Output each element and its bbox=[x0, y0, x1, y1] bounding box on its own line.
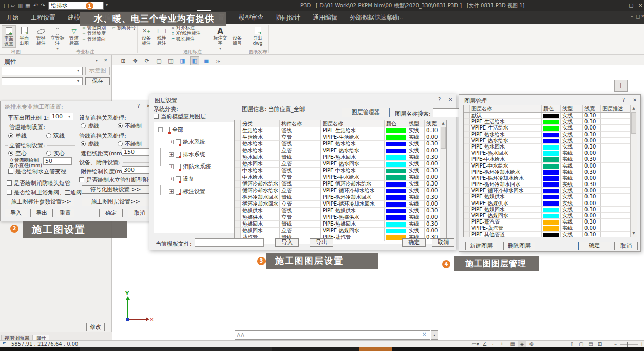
radio-single-line[interactable]: 单线 bbox=[8, 132, 27, 140]
combo-2-arrow-icon[interactable]: ▾ bbox=[77, 79, 79, 83]
zoom-extents-icon[interactable]: ⊞ bbox=[119, 56, 128, 66]
mdi-restore-button[interactable]: ▢ bbox=[636, 14, 640, 19]
cb-riser-reduce[interactable]: 是否绘制水立管变径 bbox=[8, 168, 66, 175]
radio-hollow[interactable]: 空心 bbox=[8, 150, 27, 157]
layer-row[interactable]: PIPE-蒸汽管 实线 0.30 bbox=[464, 219, 637, 225]
equip-dim-button[interactable]: ✕+ 设备标注 bbox=[139, 25, 154, 48]
save-icon[interactable]: ▥ bbox=[18, 0, 23, 11]
settings-gear-icon[interactable]: ⊛ bbox=[527, 341, 535, 347]
export-button[interactable]: 导出 bbox=[310, 238, 333, 247]
color-swatch[interactable] bbox=[385, 154, 407, 161]
layer-row[interactable]: 中水给水 管线 PIPE-中水给水 实线 0.30 bbox=[235, 168, 446, 174]
layer-row[interactable]: PIPE-其他管道 实线 0.30 bbox=[464, 232, 637, 237]
mdi-minimize-button[interactable]: – bbox=[631, 14, 633, 19]
layer-row[interactable]: 生活给水 立管 VPIPE-生活给水 实线 0.00 bbox=[235, 134, 446, 141]
orbit-icon[interactable]: ⟳ bbox=[142, 56, 151, 66]
align-dim-item[interactable]: ✕对齐标注 bbox=[171, 25, 210, 31]
xy-linear-dim-item[interactable]: ↕XY线性标注 bbox=[171, 31, 210, 36]
layer-row[interactable]: 热水回水 立管 VPIPE-热水回水 实线 0.00 bbox=[235, 161, 446, 168]
color-swatch[interactable] bbox=[385, 161, 407, 168]
color-swatch[interactable] bbox=[542, 150, 561, 156]
color-swatch[interactable] bbox=[385, 141, 407, 147]
close-icon[interactable]: ✕ bbox=[448, 97, 452, 102]
grid-view-icon[interactable]: ⊞ bbox=[596, 341, 604, 347]
osnap-icon[interactable]: ◈ bbox=[518, 341, 526, 347]
color-swatch[interactable] bbox=[542, 200, 561, 207]
color-swatch[interactable] bbox=[385, 228, 407, 234]
ucs-icon[interactable]: ▭▾ bbox=[471, 341, 479, 347]
save-all-icon[interactable]: ▦ bbox=[25, 0, 30, 11]
export-button[interactable]: 导出 bbox=[30, 209, 53, 217]
polar-tracking-icon[interactable]: ∠ bbox=[481, 341, 488, 347]
plane-setting-button[interactable]: + 平面设置 bbox=[2, 25, 16, 48]
close-button[interactable]: ✕ bbox=[638, 0, 642, 11]
sketch-button[interactable]: 示意图 bbox=[85, 67, 110, 75]
ortho-icon[interactable]: ∟ bbox=[500, 341, 507, 347]
layer-row[interactable]: PIPE-热水给水 实线 0.30 bbox=[464, 132, 637, 138]
color-swatch[interactable] bbox=[385, 208, 407, 214]
plane-output-button[interactable]: ➜ 平面出图 bbox=[17, 25, 31, 48]
riser-dim-button[interactable]: 立管标注▾ bbox=[49, 25, 66, 48]
reset-button[interactable]: 重置 bbox=[56, 209, 74, 217]
list-view-icon[interactable]: ▤ bbox=[586, 341, 594, 347]
realistic-view-icon[interactable]: ◼ bbox=[202, 56, 211, 66]
help-icon[interactable]: ? bbox=[137, 103, 140, 109]
arc-length-dim-item[interactable]: 弧长标注 bbox=[171, 36, 210, 42]
layer-row[interactable]: 默认 实线 0.30 bbox=[464, 113, 637, 119]
color-swatch[interactable] bbox=[385, 134, 407, 141]
help-icon[interactable]: ? bbox=[438, 97, 441, 102]
ok-button[interactable]: 确定 bbox=[402, 238, 426, 247]
layer-row[interactable]: 中水给水 立管 VPIPE-中水给水 实线 0.00 bbox=[235, 174, 446, 181]
fitting-len-input[interactable]: 300 bbox=[122, 166, 149, 174]
color-swatch[interactable] bbox=[385, 147, 407, 154]
color-swatch[interactable] bbox=[542, 232, 561, 237]
layer-row[interactable]: PIPE-热水回水 实线 0.30 bbox=[464, 144, 637, 150]
wireframe-view-icon[interactable]: ▢ bbox=[154, 56, 163, 66]
layer-row[interactable]: PIPE-循环冷却水回水 实线 0.30 bbox=[464, 181, 637, 188]
layer-row[interactable]: 热水给水 立管 VPIPE-热水给水 实线 0.00 bbox=[235, 147, 446, 154]
radio-equip-dash[interactable]: 虚线 bbox=[81, 122, 99, 130]
template-file-input[interactable] bbox=[195, 238, 264, 247]
cancel-button[interactable]: 取消 bbox=[128, 209, 151, 217]
layer-row[interactable]: VPIPE-中水给水 实线 0.00 bbox=[464, 163, 637, 169]
layer-row[interactable]: PIPE-热媒回水 实线 0.30 bbox=[464, 207, 637, 213]
color-swatch[interactable] bbox=[542, 132, 561, 138]
scroll-down-icon[interactable]: ▼ bbox=[631, 230, 637, 237]
layer-row[interactable]: 热媒回水 管线 PIPE-热媒回水 实线 0.30 bbox=[235, 221, 446, 228]
color-swatch[interactable] bbox=[542, 144, 561, 150]
layer-row[interactable]: VPIPE-热水给水 实线 0.00 bbox=[464, 138, 637, 144]
table-scrollbar[interactable]: ▲ ▼ bbox=[630, 105, 637, 237]
delete-layer-button[interactable]: 删除图层 bbox=[503, 242, 535, 250]
equip-number-button[interactable]: 设备编号 bbox=[230, 25, 244, 48]
help-icon[interactable]: ? bbox=[622, 97, 625, 103]
layer-row[interactable]: 热媒供水 管线 PIPE-热媒供水 实线 0.30 bbox=[235, 208, 446, 214]
color-swatch[interactable] bbox=[542, 207, 561, 213]
layer-row[interactable]: PIPE-中水给水 实线 0.30 bbox=[464, 156, 637, 162]
pipe-annotation-item[interactable]: ≡管道类别 bbox=[82, 25, 111, 31]
layer-row[interactable]: 热媒回水 立管 VPIPE-热媒回水 实线 0.00 bbox=[235, 228, 446, 234]
mdi-close-button[interactable]: ✕ bbox=[641, 14, 644, 19]
ok-button[interactable]: 确定 bbox=[578, 242, 610, 250]
layer-row[interactable]: 生活给水 管线 PIPE-生活给水 实线 0.30 bbox=[235, 127, 446, 134]
dim-text-button[interactable]: A 标注文字▾ bbox=[212, 25, 229, 48]
block-dist-input[interactable]: 150 bbox=[122, 148, 149, 156]
tree-node[interactable]: +设备 bbox=[169, 176, 234, 182]
pan-icon[interactable]: ✥ bbox=[130, 56, 140, 66]
color-swatch[interactable] bbox=[385, 221, 407, 228]
color-swatch[interactable] bbox=[385, 181, 407, 188]
view-cube-top-button[interactable]: 上 bbox=[614, 80, 628, 92]
layer-setting-button[interactable]: 施工图图层设置>> bbox=[82, 198, 149, 206]
color-swatch[interactable] bbox=[385, 168, 407, 174]
tree-node[interactable]: +给水系统 bbox=[169, 139, 234, 145]
dim-params-button[interactable]: 施工图标注参数设置>> bbox=[8, 198, 74, 206]
color-swatch[interactable] bbox=[542, 119, 561, 125]
radio-pipe-dash[interactable]: 虚线 bbox=[81, 140, 99, 148]
layer-row[interactable]: VPIPE-循环冷却水给水 实线 0.00 bbox=[464, 175, 637, 181]
color-swatch[interactable] bbox=[542, 138, 561, 144]
command-expand-button[interactable]: ▴ bbox=[431, 330, 438, 340]
layer-row[interactable]: PIPE-生活给水 实线 0.30 bbox=[464, 119, 637, 125]
save-button[interactable]: 保存 bbox=[85, 77, 110, 85]
command-input[interactable] bbox=[235, 330, 430, 340]
layer-row[interactable]: VPIPE-热媒回水 实线 0.00 bbox=[464, 213, 637, 219]
layer-row[interactable]: VPIPE-热媒供水 实线 0.00 bbox=[464, 200, 637, 207]
